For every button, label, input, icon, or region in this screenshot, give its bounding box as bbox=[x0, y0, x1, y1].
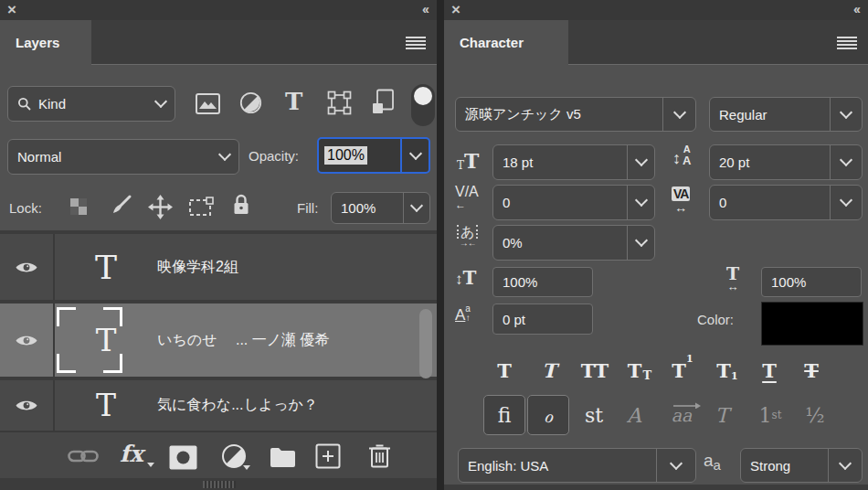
baseline-shift-field[interactable]: 0 pt bbox=[492, 304, 593, 335]
arrow-right-icon bbox=[673, 401, 701, 409]
chevron-down-icon bbox=[243, 465, 250, 470]
kerning-icon: V/A ← bbox=[455, 185, 479, 210]
fill-field[interactable]: 100% bbox=[331, 192, 430, 224]
layers-tab-label: Layers bbox=[0, 35, 59, 50]
scrollbar-thumb[interactable] bbox=[419, 309, 432, 378]
superscript-button[interactable]: T1 bbox=[667, 353, 698, 382]
fill-value: 100% bbox=[341, 200, 376, 216]
character-panel-titlebar: × ‹‹ bbox=[444, 0, 868, 20]
blend-mode-dropdown[interactable]: Normal bbox=[7, 139, 239, 175]
opacity-field[interactable]: 100% bbox=[317, 137, 430, 174]
opacity-value-selected[interactable]: 100% bbox=[324, 146, 367, 165]
swash-button[interactable]: A bbox=[618, 395, 651, 435]
collapse-panel-icon[interactable]: ‹‹ bbox=[853, 0, 859, 18]
filter-adjustment-layers-icon[interactable] bbox=[239, 91, 262, 114]
layer-row[interactable]: T 映像学科2組 bbox=[0, 234, 437, 300]
tsume-field[interactable]: 0% bbox=[492, 225, 655, 261]
filter-shape-layers-icon[interactable] bbox=[327, 91, 352, 115]
subscript-button[interactable]: T1 bbox=[712, 353, 743, 382]
fractions-button[interactable]: ½ bbox=[799, 395, 831, 435]
horizontal-scale-icon: T ↔ bbox=[726, 265, 739, 293]
delete-layer-trash-icon[interactable] bbox=[368, 442, 391, 469]
stylistic-alternates-button[interactable]: aa bbox=[665, 395, 698, 435]
titling-alternates-button[interactable]: T bbox=[705, 395, 738, 435]
tracking-value: 0 bbox=[719, 195, 726, 210]
kerning-value: 0 bbox=[503, 195, 510, 210]
search-icon bbox=[17, 97, 32, 112]
text-layer-thumbnail[interactable]: T bbox=[55, 388, 157, 423]
panel-menu-icon[interactable] bbox=[406, 37, 426, 38]
tab-layers[interactable]: Layers bbox=[0, 20, 91, 65]
visibility-eye-icon[interactable] bbox=[0, 234, 55, 300]
link-layers-icon[interactable] bbox=[68, 447, 99, 465]
layer-name[interactable]: いちのせ ... 一ノ瀬 優希 bbox=[157, 331, 330, 350]
tracking-field[interactable]: 0 bbox=[709, 185, 863, 220]
new-group-folder-icon[interactable] bbox=[270, 447, 296, 467]
close-icon[interactable]: × bbox=[451, 0, 460, 20]
lock-label: Lock: bbox=[9, 200, 42, 216]
language-dropdown[interactable]: English: USA bbox=[458, 448, 696, 483]
chevron-down-icon bbox=[840, 105, 852, 118]
chevron-down-icon bbox=[634, 154, 647, 166]
character-tab-label: Character bbox=[444, 35, 524, 50]
visibility-eye-icon[interactable] bbox=[0, 304, 55, 377]
all-caps-button[interactable]: TT bbox=[577, 353, 613, 382]
layer-styles-fx-icon[interactable]: fx bbox=[120, 441, 143, 467]
ordinals-button[interactable]: 1st bbox=[752, 395, 789, 435]
chevron-down-icon bbox=[839, 456, 852, 469]
anti-alias-dropdown[interactable]: Strong bbox=[740, 448, 863, 483]
standard-ligatures-button[interactable]: fi bbox=[483, 395, 525, 435]
vertical-scale-field[interactable]: 100% bbox=[492, 267, 593, 297]
tab-character[interactable]: Character bbox=[444, 20, 568, 65]
text-layer-thumbnail[interactable]: T bbox=[55, 322, 157, 358]
horizontal-scale-field[interactable]: 100% bbox=[761, 267, 862, 297]
filter-smart-objects-icon[interactable] bbox=[371, 89, 395, 115]
faux-italic-button[interactable]: T bbox=[534, 353, 565, 382]
leading-icon: ↕ A A bbox=[672, 144, 691, 166]
add-layer-mask-icon[interactable] bbox=[169, 445, 197, 470]
font-style-dropdown[interactable]: Regular bbox=[709, 97, 863, 132]
lock-transparent-pixels-icon[interactable] bbox=[69, 197, 88, 216]
lock-all-padlock-icon[interactable] bbox=[232, 193, 250, 217]
lock-position-move-icon[interactable] bbox=[148, 195, 173, 219]
layers-panel: × ‹‹ Layers Kind T bbox=[0, 0, 437, 490]
visibility-eye-icon[interactable] bbox=[0, 380, 55, 431]
chevron-down-icon bbox=[153, 95, 166, 108]
leading-field[interactable]: 20 pt bbox=[709, 144, 863, 180]
new-layer-icon[interactable] bbox=[315, 443, 341, 469]
panel-resize-handle[interactable] bbox=[203, 481, 236, 488]
font-family-value: 源暎アンチック v5 bbox=[465, 106, 581, 123]
panel-menu-icon[interactable] bbox=[837, 37, 857, 38]
baseline-shift-icon: A a ↑ bbox=[455, 304, 471, 323]
underline-button[interactable]: T bbox=[754, 353, 785, 382]
font-family-dropdown[interactable]: 源暎アンチック v5 bbox=[455, 97, 696, 132]
filter-toggle-switch[interactable] bbox=[411, 84, 435, 126]
filter-type-layers-icon[interactable]: T bbox=[285, 88, 302, 115]
close-icon[interactable]: × bbox=[7, 0, 16, 20]
layers-panel-titlebar: × ‹‹ bbox=[0, 0, 437, 20]
contextual-alternates-button[interactable]: ℴ bbox=[527, 395, 569, 435]
small-caps-button[interactable]: TT bbox=[623, 353, 656, 382]
layer-name[interactable]: 映像学科2組 bbox=[157, 258, 238, 277]
layer-row-selected[interactable]: T いちのせ ... 一ノ瀬 優希 bbox=[0, 304, 437, 377]
text-layer-thumbnail[interactable]: T bbox=[55, 249, 157, 286]
discretionary-ligatures-button[interactable]: st bbox=[577, 395, 610, 435]
layer-row[interactable]: T 気に食わな...しよっか？ bbox=[0, 380, 437, 431]
font-size-field[interactable]: 18 pt bbox=[492, 144, 655, 180]
strikethrough-button[interactable]: T bbox=[796, 353, 827, 382]
chevron-down-icon bbox=[217, 148, 230, 161]
opacity-dropdown-button[interactable] bbox=[400, 139, 429, 172]
collapse-panel-icon[interactable]: ‹‹ bbox=[422, 0, 428, 18]
layer-name[interactable]: 気に食わな...しよっか？ bbox=[157, 396, 318, 415]
faux-bold-button[interactable]: T bbox=[489, 353, 520, 382]
chevron-down-icon bbox=[670, 456, 683, 469]
new-adjustment-layer-icon[interactable] bbox=[221, 443, 247, 469]
filter-pixel-layers-icon[interactable] bbox=[196, 93, 220, 114]
chevron-down-icon bbox=[147, 463, 154, 467]
filter-kind-dropdown[interactable]: Kind bbox=[7, 86, 175, 122]
font-size-icon: TT bbox=[457, 151, 479, 171]
lock-image-pixels-brush-icon[interactable] bbox=[109, 194, 132, 218]
kerning-field[interactable]: 0 bbox=[492, 185, 655, 220]
lock-artboard-nesting-icon[interactable] bbox=[188, 197, 214, 218]
text-color-swatch[interactable] bbox=[761, 302, 863, 346]
